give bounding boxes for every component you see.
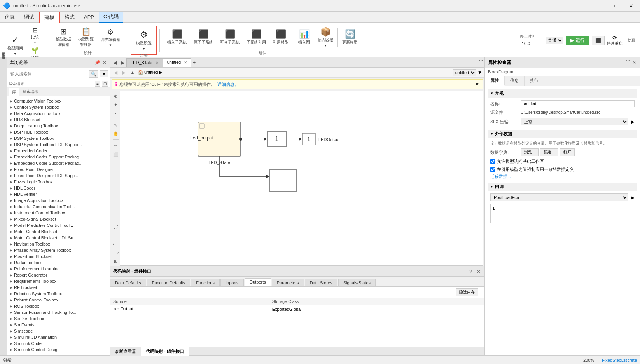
bottom-tab-inports[interactable]: Inports	[220, 279, 244, 286]
hand-tool[interactable]: ✋	[112, 130, 119, 137]
new-tab-btn[interactable]: +	[193, 60, 196, 65]
footer-tab[interactable]: 诊断查看器	[110, 347, 141, 356]
data-def-checkbox[interactable]	[490, 167, 495, 172]
lib-item[interactable]: Computer Vision Toolbox	[9, 98, 108, 104]
minimize-button[interactable]: —	[586, 0, 604, 12]
stop-time-input[interactable]	[520, 40, 543, 47]
browse-btn[interactable]: 浏览...	[521, 148, 539, 156]
atomic-subsystem-button[interactable]: ⬛ 原子子系统	[191, 26, 216, 49]
lib-item[interactable]: Embedded Coder Support Packag...	[9, 154, 108, 160]
section-general[interactable]: 常规	[488, 89, 637, 98]
lib-tab-library[interactable]: 库	[9, 88, 19, 96]
migrate-data-link[interactable]: 迁移数据...	[490, 174, 511, 179]
variable-subsystem-button[interactable]: ⬛ 可变子系统	[217, 26, 242, 49]
arrow-tool[interactable]: ↖	[112, 122, 119, 129]
lib-item[interactable]: Simulink Coder	[9, 340, 108, 347]
compare-button[interactable]: ⊟ 比较 ▼	[27, 26, 43, 45]
lib-item[interactable]: HDL Verifier	[9, 191, 108, 197]
lib-item[interactable]: DSP System Toolbox	[9, 135, 108, 141]
bottom-tab-function-defaults[interactable]: Function Defaults	[147, 279, 191, 286]
grid-view-btn[interactable]: ⊞	[102, 81, 108, 87]
annotate-tool[interactable]: ✏	[112, 142, 119, 149]
canvas-resize-handle[interactable]	[120, 265, 483, 266]
tab-led-state[interactable]: LED_STate ✕	[126, 58, 163, 67]
lib-item[interactable]: Requirements Toolbox	[9, 278, 108, 284]
lib-item[interactable]: Powertrain Blockset	[9, 253, 108, 260]
new-btn[interactable]: 新建...	[540, 148, 558, 156]
lib-item[interactable]: Industrial Communication Tool...	[9, 204, 108, 210]
tab-untitled[interactable]: untitled ✕	[163, 58, 191, 67]
canvas-grid[interactable]: ⊞	[112, 258, 119, 265]
hide-storage-btn[interactable]: 隐选内存	[456, 288, 478, 296]
menu-fangzhen[interactable]: 仿真	[0, 12, 19, 23]
breadcrumb-menu-btn[interactable]: ▼	[477, 70, 482, 75]
bottom-close-btn[interactable]: ✕	[476, 268, 481, 275]
prop-name-input[interactable]	[521, 100, 635, 107]
info-expand-btn[interactable]: ▼	[475, 82, 479, 87]
tab-back-btn[interactable]: ◀	[112, 59, 119, 66]
prop-tab-info[interactable]: 信息	[505, 76, 525, 86]
menu-app[interactable]: APP	[79, 12, 99, 23]
breadcrumb-nav-select[interactable]: untitled	[453, 69, 476, 76]
bottom-tab-outports[interactable]: Outports	[245, 278, 271, 286]
lib-item[interactable]: Motor Control Blockset	[9, 228, 108, 235]
bottom-tab-signals/states[interactable]: Signals/States	[338, 279, 376, 286]
callback-select[interactable]: PostLoadFcn	[490, 193, 628, 201]
bottom-help-btn[interactable]: ?	[469, 268, 473, 275]
lib-item[interactable]: Report Generator	[9, 272, 108, 278]
zoom-in-tool[interactable]: +	[112, 101, 119, 108]
lib-item[interactable]: SimEvents	[9, 322, 108, 328]
lib-item[interactable]: Simscape	[9, 328, 108, 334]
list-view-btn[interactable]: ≡	[95, 81, 100, 87]
lib-item[interactable]: Sensor Fusion and Tracking To...	[9, 309, 108, 315]
lib-item[interactable]: Embedded Coder Support Packag...	[9, 160, 108, 166]
model-hier-tab[interactable]: 模型层次	[1, 61, 6, 64]
run-mode-select[interactable]: 普通	[546, 37, 563, 44]
canvas-bottom-controls1[interactable]: ⟵	[112, 240, 119, 247]
back-btn[interactable]: ◀	[112, 69, 119, 76]
library-pin-btn[interactable]: 📌	[94, 59, 101, 66]
lib-item[interactable]: Instrument Control Toolbox	[9, 210, 108, 216]
lib-item[interactable]: Radar Toolbox	[9, 260, 108, 266]
lib-item[interactable]: DDS Blockset	[9, 117, 108, 123]
workspace-checkbox[interactable]	[490, 159, 495, 164]
lib-item[interactable]: Embedded Coder	[9, 148, 108, 154]
fit-tool[interactable]: ⊕	[112, 92, 119, 99]
model-resource-button[interactable]: 📋 模型资源管理器	[75, 26, 96, 49]
canvas-more-opts[interactable]: ⋮	[112, 232, 119, 239]
lib-item[interactable]: Deep Learning Toolbox	[9, 123, 108, 129]
prop-expand-btn[interactable]: ⛶	[624, 59, 631, 66]
insert-chart-button[interactable]: 📊 插入图	[295, 26, 313, 49]
stop-button[interactable]: ⬛	[592, 36, 605, 45]
lib-item[interactable]: Robotics System Toolbox	[9, 291, 108, 297]
lib-item[interactable]: Navigation Toolbox	[9, 241, 108, 247]
forward-btn[interactable]: ▶	[121, 69, 127, 76]
menu-geshi[interactable]: 格式	[60, 12, 79, 23]
info-link[interactable]: 详细信息。	[217, 82, 239, 87]
lib-item[interactable]: Simulink Control Design	[9, 347, 108, 353]
lib-item[interactable]: Control System Toolbox	[9, 104, 108, 110]
up-btn[interactable]: ▲	[129, 69, 136, 76]
empty-block[interactable]	[269, 169, 297, 191]
tab-led-close[interactable]: ✕	[156, 61, 159, 65]
canvas-expand-zoom[interactable]: ⛶	[112, 223, 119, 230]
library-search-input[interactable]	[9, 70, 87, 78]
lib-item[interactable]: HDL Coder	[9, 185, 108, 191]
diagram-canvas[interactable]: ⊕ + - ↖ ✋ ✏ ⬜ ⛶ ⋮ ⟵ ⟶ ⊞	[112, 91, 483, 266]
menu-jianmo[interactable]: 建模	[39, 12, 60, 23]
lib-item[interactable]: Phased Array System Toolbox	[9, 247, 108, 253]
lib-item[interactable]: DSP System Toolbox HDL Suppor...	[9, 141, 108, 148]
section-external-data[interactable]: 外部数据	[488, 130, 637, 138]
lib-item[interactable]: Simulink 3D Animation	[9, 334, 108, 340]
lib-item[interactable]: Fuzzy Logic Toolbox	[9, 179, 108, 185]
lib-item[interactable]: Model Predictive Control Tool...	[9, 222, 108, 228]
tab-untitled-close[interactable]: ✕	[184, 60, 187, 64]
prop-tab-attrs[interactable]: 属性	[485, 76, 505, 86]
maximize-button[interactable]: □	[604, 0, 622, 12]
bottom-tab-functions[interactable]: Functions	[191, 279, 220, 286]
ref-model-button[interactable]: ⬛ 引用模型	[270, 26, 291, 49]
bottom-tab-parameters[interactable]: Parameters	[272, 279, 304, 286]
canvas-bottom-controls2[interactable]: ⟶	[112, 249, 119, 256]
menu-tiaoshi[interactable]: 调试	[19, 12, 39, 23]
lib-item[interactable]: Fixed-Point Designer HDL Supp...	[9, 172, 108, 179]
